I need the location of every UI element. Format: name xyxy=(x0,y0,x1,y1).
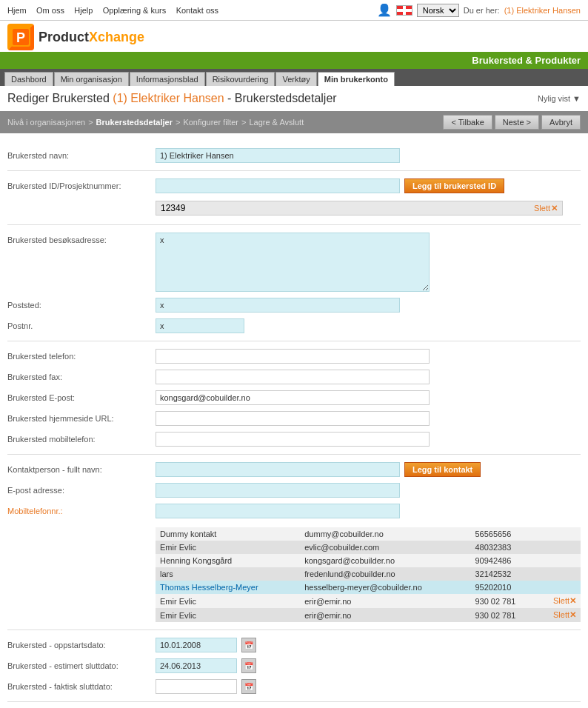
estimert-slutt-input[interactable] xyxy=(156,658,237,673)
contact-name: Emir Evlic xyxy=(156,594,300,608)
oppstart-input[interactable] xyxy=(156,638,237,652)
kontakt-navn-label: Kontaktperson - fullt navn: xyxy=(7,462,156,474)
table-row: Emir Evlic erir@emir.no 930 02 781 Slett… xyxy=(156,608,581,622)
oppstart-calendar-icon[interactable]: 📅 xyxy=(241,638,256,652)
poststed-input[interactable] xyxy=(156,298,400,313)
next-button[interactable]: Neste > xyxy=(495,115,539,130)
nav-omoss[interactable]: Om oss xyxy=(36,6,64,15)
oppstart-label: Brukersted - oppstartsdato: xyxy=(7,638,156,649)
breadcrumb-sep-1: > xyxy=(88,118,93,127)
contact-phone: 56565656 xyxy=(470,527,538,541)
kontakt-mobil-row: Mobiltelefonnr.: xyxy=(7,501,581,521)
tab-min-organisasjon[interactable]: Min organisasjon xyxy=(54,72,129,86)
contact-name: lars xyxy=(156,567,300,581)
contact-email: erir@emir.no xyxy=(300,608,470,622)
faktisk-slutt-calendar-icon[interactable]: 📅 xyxy=(241,679,256,694)
postnr-label: Postnr. xyxy=(7,318,156,330)
id-item: 12349 Slett✕ xyxy=(156,201,563,216)
kontakt-navn-input[interactable] xyxy=(156,462,400,477)
page-title-highlight: (1) Elektriker Hansen xyxy=(113,92,224,104)
table-row: Thomas Hesselberg-Meyer hesselberg-meyer… xyxy=(156,581,581,594)
slett-cell-2[interactable]: Slett✕ xyxy=(538,608,581,622)
kontakt-navn-row: Kontaktperson - fullt navn: Legg til kon… xyxy=(7,459,581,480)
breadcrumb-steps: Nivå i organisasjonen > Brukerstedsdetal… xyxy=(7,118,304,127)
main-content: Brukersted navn: Brukersted ID/Prosjektn… xyxy=(0,133,588,708)
estimert-slutt-row: Brukersted - estimert sluttdato: 📅 xyxy=(7,655,581,676)
slett-link[interactable]: Slett✕ xyxy=(534,204,558,213)
contact-phone: 930 02 781 xyxy=(470,594,538,608)
recently-viewed-button[interactable]: Nylig vist ▼ xyxy=(538,94,581,103)
nav-kontakt[interactable]: Kontakt oss xyxy=(176,6,218,15)
tab-dashbord[interactable]: Dashbord xyxy=(4,72,53,86)
besoksadresse-input[interactable]: x xyxy=(156,233,430,292)
estimert-slutt-calendar-icon[interactable]: 📅 xyxy=(241,658,256,673)
brukersted-navn-input[interactable] xyxy=(156,148,400,163)
id-item-row-wrapper: 12349 Slett✕ xyxy=(7,196,581,220)
table-row: Emir Evlic erir@emir.no 930 02 781 Slett… xyxy=(156,594,581,608)
kontakt-epost-label: E-post adresse: xyxy=(7,483,156,495)
kontakt-mobil-input[interactable] xyxy=(156,504,400,518)
svg-text:P: P xyxy=(16,30,25,45)
brukersted-navn-control xyxy=(156,148,581,163)
brukersted-id-control: Legg til brukersted ID xyxy=(156,178,581,193)
postnr-input[interactable] xyxy=(156,318,244,333)
nav-hjelp[interactable]: Hjelp xyxy=(74,6,93,15)
contact-email: dummy@cobuilder.no xyxy=(300,527,470,541)
date-section: Brukersted - oppstartsdato: 📅 Brukersted… xyxy=(7,630,581,702)
table-row: lars fredenlund@cobuilder.no 32142532 xyxy=(156,567,581,581)
tab-informasjonsblad[interactable]: Informasjonsblad xyxy=(130,72,205,86)
fax-input[interactable] xyxy=(156,370,430,384)
breadcrumb-location-link[interactable]: (1) Elektriker Hansen xyxy=(504,6,581,15)
hjemmeside-row: Brukersted hjemmeside URL: xyxy=(7,408,581,429)
green-banner: Brukersted & Produkter xyxy=(0,52,588,69)
kontakt-epost-row: E-post adresse: xyxy=(7,480,581,501)
nav-hjem[interactable]: Hjem xyxy=(7,6,27,15)
poststed-row: Poststed: xyxy=(7,295,581,315)
contact-email: hesselberg-meyer@cobuilder.no xyxy=(300,581,470,594)
logo-bar: P ProductXchange xyxy=(0,21,588,52)
nav-links: Hjem Om oss Hjelp Opplæring & kurs Konta… xyxy=(7,5,226,16)
telefon-input[interactable] xyxy=(156,349,430,364)
user-icon: 👤 xyxy=(377,3,392,17)
telefon-row: Brukersted telefon: xyxy=(7,346,581,367)
fax-label: Brukersted fax: xyxy=(7,370,156,381)
nav-opplaering[interactable]: Opplæring & kurs xyxy=(103,6,167,15)
contact-name: Henning Kongsgård xyxy=(156,554,300,567)
tab-min-brukerkonto[interactable]: Min brukerkonto xyxy=(318,72,395,86)
kontakt-epost-input[interactable] xyxy=(156,483,400,498)
kontakt-section: Kontaktperson - fullt navn: Legg til kon… xyxy=(7,455,581,630)
contact-email: erir@emir.no xyxy=(300,594,470,608)
brukersted-id-section: Brukersted ID/Prosjektnummer: Legg til b… xyxy=(7,171,581,225)
table-row: Henning Kongsgård kongsgard@cobuilder.no… xyxy=(156,554,581,567)
mobil-label: Brukersted mobiltelefon: xyxy=(7,432,156,444)
legg-til-id-button[interactable]: Legg til brukersted ID xyxy=(404,178,504,193)
slett-cell[interactable]: Slett✕ xyxy=(538,594,581,608)
top-nav-bar: Hjem Om oss Hjelp Opplæring & kurs Konta… xyxy=(0,0,588,21)
tab-risikovurdering[interactable]: Risikovurdering xyxy=(206,72,275,86)
contact-email: fredenlund@cobuilder.no xyxy=(300,567,470,581)
table-row: Emir Evlic evlic@cobuilder.com 48032383 xyxy=(156,541,581,554)
telefon-label: Brukersted telefon: xyxy=(7,349,156,361)
breadcrumb-sep-3: > xyxy=(241,118,246,127)
breadcrumb-step-1: Nivå i organisasjonen xyxy=(7,118,85,127)
cancel-button[interactable]: Avbryt xyxy=(541,115,581,130)
logo-text: ProductXchange xyxy=(39,30,144,45)
back-button[interactable]: < Tilbake xyxy=(443,115,492,130)
language-select[interactable]: Norsk xyxy=(417,4,459,17)
tab-verktoy[interactable]: Verktøy xyxy=(275,72,316,86)
tab-bar: Dashbord Min organisasjon Informasjonsbl… xyxy=(0,69,588,86)
breadcrumb-step-2: Brukerstedsdetaljer xyxy=(96,118,173,127)
postnr-row: Postnr. xyxy=(7,315,581,336)
contact-name: Thomas Hesselberg-Meyer xyxy=(156,581,300,594)
mobil-input[interactable] xyxy=(156,432,430,447)
page-title-suffix: - Brukerstedsdetaljer xyxy=(227,92,337,104)
faktisk-slutt-input[interactable] xyxy=(156,679,237,694)
contact-phone: 48032383 xyxy=(470,541,538,554)
brukersted-id-input[interactable] xyxy=(156,178,400,193)
contact-table: Dummy kontakt dummy@cobuilder.no 5656565… xyxy=(156,527,581,622)
legg-til-kontakt-button[interactable]: Legg til kontakt xyxy=(404,462,481,477)
faktisk-slutt-row: Brukersted - faktisk sluttdato: 📅 xyxy=(7,676,581,697)
hjemmeside-input[interactable] xyxy=(156,411,430,426)
epost-input[interactable] xyxy=(156,390,430,405)
brukersted-navn-label: Brukersted navn: xyxy=(7,148,156,160)
